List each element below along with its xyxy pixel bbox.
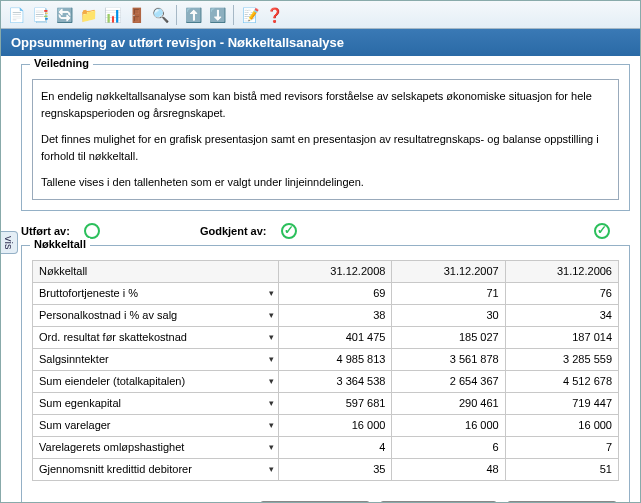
kpi-value-cell: 185 027 [392,326,505,348]
kpi-row-label[interactable]: Sum varelager▾ [33,414,279,436]
app-window: 📄 📑 🔄 📁 📊 🚪 🔍 ⬆️ ⬇️ 📝 ❓ Oppsummering av … [0,0,641,503]
dropdown-arrow-icon[interactable]: ▾ [269,376,274,386]
kpi-header-row: Nøkkeltall 31.12.2008 31.12.2007 31.12.2… [33,260,619,282]
guidance-text-box: En endelig nøkkeltallsanalyse som kan bi… [32,79,619,200]
kpi-value-cell: 71 [392,282,505,304]
table-row: Ord. resultat før skattekostnad▾401 4751… [33,326,619,348]
nav-up-icon[interactable]: ⬆️ [182,4,204,26]
kpi-row-label[interactable]: Salgsinntekter▾ [33,348,279,370]
dropdown-arrow-icon[interactable]: ▾ [269,464,274,474]
new-doc-icon[interactable]: 📄 [5,4,27,26]
kpi-value-cell: 719 447 [505,392,618,414]
nav-down-icon[interactable]: ⬇️ [206,4,228,26]
kpi-value-cell: 4 512 678 [505,370,618,392]
guidance-line-3: Tallene vises i den tallenheten som er v… [41,174,610,191]
kpi-value-cell: 4 [279,436,392,458]
kpi-col-2006: 31.12.2006 [505,260,618,282]
kpi-value-cell: 51 [505,458,618,480]
kpi-value-cell: 16 000 [392,414,505,436]
content-area: vis Veiledning En endelig nøkkeltallsana… [1,56,640,502]
kpi-table: Nøkkeltall 31.12.2008 31.12.2007 31.12.2… [32,260,619,481]
kpi-value-cell: 290 461 [392,392,505,414]
help-icon[interactable]: ❓ [263,4,285,26]
table-row: Salgsinntekter▾4 985 8133 561 8783 285 5… [33,348,619,370]
dropdown-arrow-icon[interactable]: ▾ [269,398,274,408]
exit-icon[interactable]: 🚪 [125,4,147,26]
table-row: Gjennomsnitt kredittid debitorer▾354851 [33,458,619,480]
kpi-value-cell: 597 681 [279,392,392,414]
kpi-row-label[interactable]: Bruttofortjeneste i %▾ [33,282,279,304]
kpi-col-2007: 31.12.2007 [392,260,505,282]
approved-status-icon[interactable] [281,223,297,239]
kpi-value-cell: 3 285 559 [505,348,618,370]
kpi-button-row: Nøkkeltall... Resultatregnskap... Balans… [22,491,629,503]
kpi-row-label[interactable]: Ord. resultat før skattekostnad▾ [33,326,279,348]
kpi-value-cell: 16 000 [279,414,392,436]
kpi-value-cell: 69 [279,282,392,304]
search-icon[interactable]: 🔍 [149,4,171,26]
guidance-line-2: Det finnes mulighet for en grafisk prese… [41,131,610,164]
guidance-line-1: En endelig nøkkeltallsanalyse som kan bi… [41,88,610,121]
kpi-value-cell: 34 [505,304,618,326]
dropdown-arrow-icon[interactable]: ▾ [269,420,274,430]
table-row: Personalkostnad i % av salg▾383034 [33,304,619,326]
table-row: Sum eiendeler (totalkapitalen)▾3 364 538… [33,370,619,392]
notes-icon[interactable]: 📝 [239,4,261,26]
side-tab-handle[interactable]: vis [1,231,18,254]
kpi-row-label[interactable]: Personalkostnad i % av salg▾ [33,304,279,326]
dropdown-arrow-icon[interactable]: ▾ [269,354,274,364]
kpi-value-cell: 3 364 538 [279,370,392,392]
kpi-row-label[interactable]: Sum egenkapital▾ [33,392,279,414]
kpi-col-label: Nøkkeltall [33,260,279,282]
kpi-row-label[interactable]: Sum eiendeler (totalkapitalen)▾ [33,370,279,392]
refresh-icon[interactable]: 🔄 [53,4,75,26]
performed-status-icon[interactable] [84,223,100,239]
kpi-button-nokkeltall[interactable]: Nøkkeltall... [260,501,370,503]
dropdown-arrow-icon[interactable]: ▾ [269,310,274,320]
kpi-value-cell: 48 [392,458,505,480]
kpi-value-cell: 187 014 [505,326,618,348]
kpi-value-cell: 3 561 878 [392,348,505,370]
main-toolbar: 📄 📑 🔄 📁 📊 🚪 🔍 ⬆️ ⬇️ 📝 ❓ [1,1,640,29]
kpi-value-cell: 401 475 [279,326,392,348]
kpi-value-cell: 2 654 367 [392,370,505,392]
kpi-value-cell: 4 985 813 [279,348,392,370]
kpi-frame-title: Nøkkeltall [30,238,90,250]
kpi-value-cell: 35 [279,458,392,480]
approval-row: Utført av: Godkjent av: [21,221,630,245]
kpi-row-label[interactable]: Gjennomsnitt kredittid debitorer▾ [33,458,279,480]
toolbar-separator [233,5,234,25]
kpi-button-balanse[interactable]: Balanseoppsett... [507,501,617,503]
toolbar-separator [176,5,177,25]
dropdown-arrow-icon[interactable]: ▾ [269,288,274,298]
table-row: Varelagerets omløpshastighet▾467 [33,436,619,458]
kpi-frame: Nøkkeltall Nøkkeltall 31.12.2008 31.12.2… [21,245,630,503]
kpi-value-cell: 16 000 [505,414,618,436]
kpi-value-cell: 38 [279,304,392,326]
guidance-frame: Veiledning En endelig nøkkeltallsanalyse… [21,64,630,211]
db-forward-icon[interactable]: 📊 [101,4,123,26]
dropdown-arrow-icon[interactable]: ▾ [269,442,274,452]
kpi-value-cell: 30 [392,304,505,326]
kpi-col-2008: 31.12.2008 [279,260,392,282]
kpi-value-cell: 76 [505,282,618,304]
kpi-row-label[interactable]: Varelagerets omløpshastighet▾ [33,436,279,458]
kpi-value-cell: 6 [392,436,505,458]
secondary-status-icon[interactable] [594,223,610,239]
table-row: Sum egenkapital▾597 681290 461719 447 [33,392,619,414]
folder-icon[interactable]: 📁 [77,4,99,26]
approved-by-label: Godkjent av: [200,225,267,237]
page-title: Oppsummering av utført revisjon - Nøkkel… [1,29,640,56]
kpi-button-resultat[interactable]: Resultatregnskap... [380,501,497,503]
performed-by-label: Utført av: [21,225,70,237]
table-row: Bruttofortjeneste i %▾697176 [33,282,619,304]
guidance-title: Veiledning [30,57,93,69]
table-row: Sum varelager▾16 00016 00016 000 [33,414,619,436]
kpi-value-cell: 7 [505,436,618,458]
copy-doc-icon[interactable]: 📑 [29,4,51,26]
dropdown-arrow-icon[interactable]: ▾ [269,332,274,342]
